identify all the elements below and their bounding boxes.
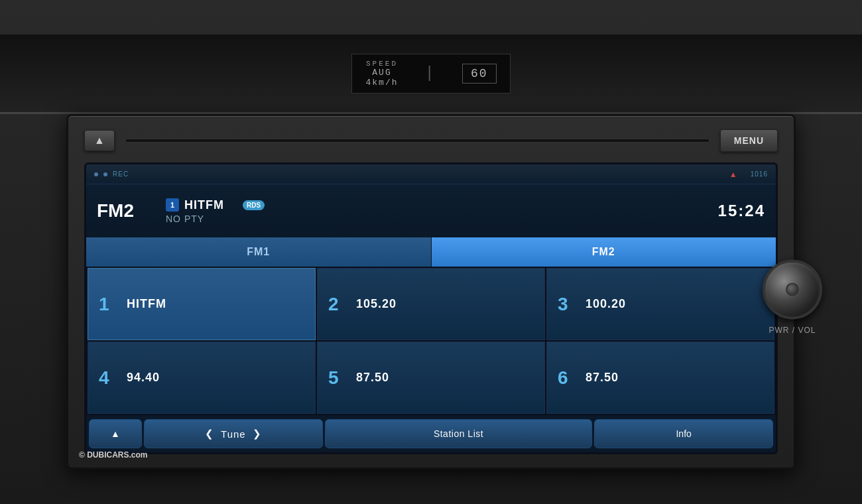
preset-number-4: 4	[99, 367, 119, 389]
tab-fm2[interactable]: FM2	[432, 237, 776, 267]
preset-cell-4[interactable]: 4 94.40	[88, 342, 316, 414]
clock-display: 15:24	[718, 202, 765, 220]
preset-cell-1[interactable]: 1 HITFM	[88, 268, 316, 340]
knob-center	[786, 283, 799, 296]
dashboard-strip: SPEED AUG 4km/h | 60	[0, 34, 862, 114]
pty-label: NO PTY	[166, 214, 718, 224]
preset-cell-6[interactable]: 6 87.50	[546, 342, 774, 414]
volume-knob[interactable]	[763, 259, 822, 319]
preset-freq-3: 100.20	[585, 297, 626, 311]
dash-display: SPEED AUG 4km/h | 60	[351, 54, 510, 94]
head-unit-body: ▲ MENU REC ▲ 1016 FM2	[66, 114, 796, 470]
tune-button[interactable]: ❮ Tune ❯	[144, 419, 323, 448]
fm-band-label: FM2	[97, 200, 150, 221]
info-button[interactable]: Info	[594, 419, 773, 448]
preset-freq-4: 94.40	[127, 371, 160, 385]
menu-button[interactable]: MENU	[720, 129, 778, 152]
status-right-text: 1016	[751, 170, 768, 178]
speed-value: 4km/h	[365, 78, 398, 88]
presets-grid: 1 HITFM 2 105.20 3 100.20 4 94.40 5	[86, 267, 776, 415]
station-name: HITFM	[184, 198, 224, 212]
status-dot-1	[94, 172, 98, 176]
dash-right-value: 60	[462, 64, 497, 84]
antenna-icon: ▲	[729, 170, 737, 179]
control-bar: ▲ ❮ Tune ❯ Station List Info	[86, 415, 776, 452]
preset-freq-5: 87.50	[356, 371, 389, 385]
pwr-vol-label: PWR / VOL	[763, 326, 822, 335]
car-unit: SPEED AUG 4km/h | 60 ▲ MENU REC	[0, 0, 862, 504]
station-info: 1 HITFM RDS NO PTY	[166, 198, 718, 224]
preset-number-6: 6	[558, 367, 578, 389]
cd-slot	[125, 139, 709, 143]
dash-speed-display: SPEED AUG 4km/h	[365, 60, 398, 88]
rds-badge: RDS	[243, 200, 265, 210]
preset-badge: 1	[166, 198, 179, 212]
up-button[interactable]: ▲	[89, 419, 142, 448]
station-name-row: 1 HITFM RDS	[166, 198, 718, 212]
status-dot-2	[103, 172, 107, 176]
tab-bar: FM1 FM2	[86, 237, 776, 267]
preset-cell-2[interactable]: 2 105.20	[317, 268, 545, 340]
station-list-button[interactable]: Station List	[325, 419, 593, 448]
eject-button[interactable]: ▲	[84, 130, 115, 151]
top-bar: ▲ MENU	[84, 129, 778, 152]
screen-status-bar: REC ▲ 1016	[86, 164, 776, 184]
status-left-text: REC	[113, 170, 129, 178]
watermark: © DUBICARS.com	[79, 450, 148, 460]
preset-name-1: HITFM	[127, 297, 166, 311]
speed-sub: AUG	[365, 68, 398, 78]
status-indicators: REC	[94, 170, 129, 178]
preset-number-3: 3	[558, 294, 578, 315]
preset-cell-5[interactable]: 5 87.50	[317, 342, 545, 414]
right-panel: PWR / VOL	[763, 259, 822, 335]
preset-number-2: 2	[328, 294, 348, 315]
main-screen: REC ▲ 1016 FM2 1 HITFM RDS NO PTY	[84, 162, 778, 454]
screen-header: FM2 1 HITFM RDS NO PTY 15:24	[86, 184, 776, 237]
preset-number-1: 1	[99, 294, 119, 315]
speed-label: SPEED	[365, 60, 398, 68]
preset-cell-3[interactable]: 3 100.20	[546, 268, 774, 340]
preset-freq-2: 105.20	[356, 297, 397, 311]
tab-fm1[interactable]: FM1	[86, 237, 432, 267]
preset-freq-6: 87.50	[585, 371, 619, 385]
preset-number-5: 5	[328, 367, 348, 389]
